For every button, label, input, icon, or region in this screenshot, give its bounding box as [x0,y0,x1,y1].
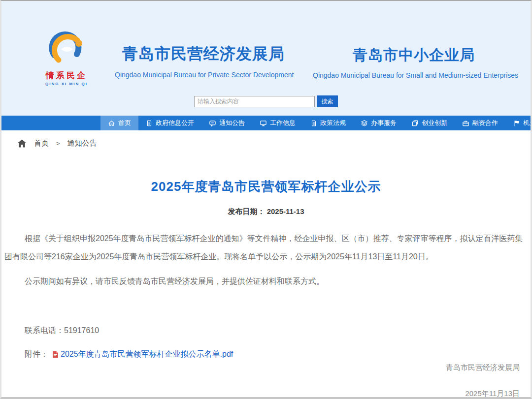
org2-subtitle: Qingdao Municipal Bureau for Small and M… [313,71,515,79]
article-footer: 青岛市民营经济发展局 2025年11月13日 [446,363,520,397]
layers-icon [361,120,368,127]
briefcase-icon [462,120,469,127]
org1-subtitle: Qingdao Municipal Bureau for Private Sec… [115,71,292,79]
nav-item-label: 政策法规 [320,119,346,127]
home-icon[interactable] [17,139,27,148]
search-bar: 搜索 [1,95,531,107]
nav-item-5[interactable]: 政策法规 [303,116,353,130]
breadcrumb: 首页 > 通知公告 [1,130,531,155]
org2-title: 青岛市中小企业局 [313,45,515,65]
nav-item-label: 政府信息公开 [156,119,194,127]
nav-item-label: 通知公告 [219,119,245,127]
nav-item-6[interactable]: 办事服务 [353,116,404,130]
logo-text-en: QING XI MIN QI [22,82,111,86]
publish-date-label: 发布日期： [228,207,265,215]
footer-date: 2025年11月13日 [446,389,520,399]
party-flag-icon [513,120,520,127]
article: 2025年度青岛市民营领军标杆企业公示 发布日期： 2025-11-13 根据《… [1,178,531,360]
breadcrumb-current[interactable]: 通知公告 [67,139,97,148]
nav-item-3[interactable]: 通知公告 [201,116,252,130]
page: 情系民企 QING XI MIN QI 青岛市民营经济发展局 Qingdao M… [0,0,532,399]
org-block-private-sector: 青岛市民营经济发展局 Qingdao Municipal Bureau for … [115,43,292,79]
nav-item-label: 办事服务 [371,119,397,127]
site-header: 情系民企 QING XI MIN QI 青岛市民营经济发展局 Qingdao M… [1,1,531,116]
site-logo: 情系民企 QING XI MIN QI [22,30,111,86]
search-input[interactable] [194,96,315,107]
logo-text-cn: 情系民企 [22,70,111,81]
article-paragraph-2: 公示期间如有异议，请市民反馈青岛市民营经济发展局，并提供佐证材料和联系方式。 [4,272,528,290]
policy-doc-icon [310,120,317,127]
article-title: 2025年度青岛市民营领军标杆企业公示 [4,178,528,195]
nav-item-2[interactable]: 政府信息公开 [138,116,201,130]
org1-title: 青岛市民营经济发展局 [115,43,292,65]
nav-item-8[interactable]: 融资合作 [455,116,505,130]
publish-date-value: 2025-11-13 [267,207,304,215]
home-icon [108,120,115,127]
nav-item-label: 创业创新 [422,119,447,127]
nav-item-label: 工作信息 [270,119,296,127]
attachment-label: 附件： [25,349,48,360]
speech-bubble-icon [209,120,216,127]
contact-line: 联系电话：51917610 [4,326,528,336]
monitor-icon [260,120,267,127]
breadcrumb-home[interactable]: 首页 [34,139,49,148]
search-button[interactable]: 搜索 [317,95,338,107]
attachment-pdf-link[interactable]: 2025年度青岛市民营领军标杆企业拟公示名单.pdf [61,349,233,360]
footer-org-name: 青岛市民营经济发展局 [446,363,520,372]
nav-item-1[interactable]: 首页 [100,116,138,130]
nav-item-7[interactable]: 创业创新 [404,116,455,130]
article-body: 根据《关于组织申报2025年度青岛市民营领军标杆企业的通知》等文件精神，经企业申… [4,229,528,290]
org-block-sme: 青岛市中小企业局 Qingdao Municipal Bureau for Sm… [313,45,515,79]
nav-item-9[interactable]: 机关党建 [505,116,532,130]
nav-item-label: 机关党建 [523,119,532,127]
attachment-line: 附件： 2025年度青岛市民营领军标杆企业拟公示名单.pdf [4,349,528,360]
nav-item-label: 首页 [118,119,131,127]
nav-item-4[interactable]: 工作信息 [252,116,303,130]
squares-icon [411,120,419,127]
contact-phone: 51917610 [64,326,99,335]
nav-item-label: 融资合作 [472,119,498,127]
article-paragraph-1: 根据《关于组织申报2025年度青岛市民营领军标杆企业的通知》等文件精神，经企业申… [4,229,528,266]
main-nav: 首页政府信息公开通知公告工作信息政策法规办事服务创业创新融资合作机关党建 [1,116,531,130]
contact-label: 联系电话： [25,326,64,335]
pdf-file-icon [52,351,59,358]
logo-swirl-icon [46,30,87,69]
document-icon [146,120,153,127]
breadcrumb-separator: > [56,140,60,147]
article-publish-date: 发布日期： 2025-11-13 [4,207,528,216]
